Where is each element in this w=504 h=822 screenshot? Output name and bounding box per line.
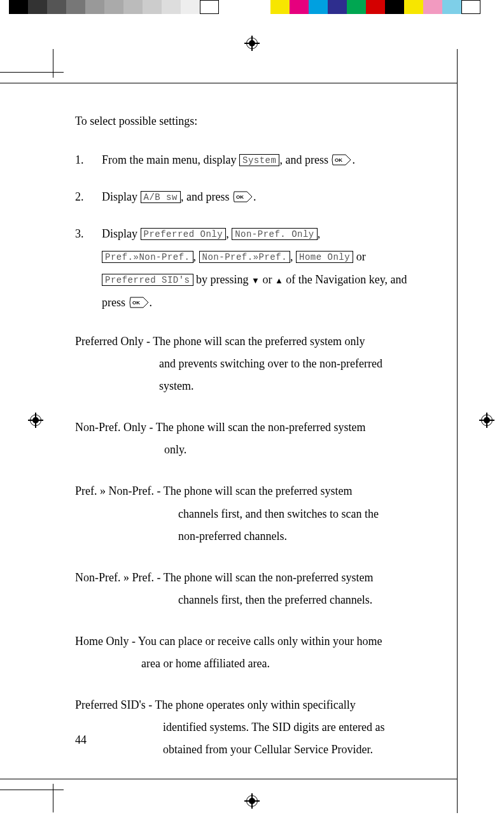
step-text: . — [150, 296, 153, 309]
svg-text:OK: OK — [335, 157, 342, 163]
def-text: The phone will scan the non-preferred sy… — [164, 571, 374, 584]
grayscale-colorbar — [9, 0, 219, 14]
def-text: area or home affiliated area. — [75, 653, 430, 675]
def-preferred-only: Preferred Only - The phone will scan the… — [75, 330, 430, 397]
def-text: and prevents switching over to the non-p… — [75, 353, 430, 375]
step-text: . — [352, 153, 355, 166]
step-text: Display — [102, 190, 141, 203]
step-text: , — [318, 227, 321, 240]
step-text: , — [226, 227, 232, 240]
lcd-label-absw: A/B sw — [141, 191, 181, 203]
crop-mark — [0, 83, 457, 83]
def-pref-nonpref: Pref. » Non-Pref. - The phone will scan … — [75, 480, 430, 547]
step-text: , — [290, 250, 296, 263]
def-text: channels first, then the preferred chann… — [75, 589, 430, 611]
ok-button-icon: OK — [331, 154, 352, 166]
step-text: or — [260, 273, 275, 286]
crop-mark — [53, 49, 53, 78]
svg-text:OK: OK — [236, 194, 244, 200]
lcd-label-preferred-sids: Preferred SID's — [102, 274, 193, 286]
registration-mark-icon — [479, 413, 494, 428]
crop-mark — [457, 49, 458, 813]
def-label: Home Only - — [75, 635, 138, 648]
def-text: non-preferred channels. — [75, 525, 430, 548]
ok-button-icon: OK — [129, 297, 150, 308]
registration-mark-icon — [244, 36, 260, 51]
lcd-label-nonpref-pref: Non-Pref.»Pref. — [199, 251, 291, 263]
lcd-label-preferred-only: Preferred Only — [141, 228, 227, 240]
step-text: From the main menu, display — [102, 153, 239, 166]
step-text: , and press — [181, 190, 232, 203]
color-colorbar — [270, 0, 480, 14]
def-label: Non-Pref. Only - — [75, 421, 156, 434]
step-1: 1. From the main menu, display System, a… — [75, 148, 430, 171]
step-number: 1. — [75, 148, 102, 171]
def-label: Preferred Only - — [75, 335, 153, 348]
ok-button-icon: OK — [232, 191, 253, 202]
crop-mark — [53, 784, 53, 812]
step-text: by pressing — [193, 273, 252, 286]
step-3: 3. Display Preferred Only, Non-Pref. Onl… — [75, 222, 430, 314]
def-label: Pref. » Non-Pref. - — [75, 485, 164, 497]
def-text: The phone will scan the preferred system — [164, 485, 353, 497]
step-text: , and press — [279, 153, 331, 166]
page-content: To select possible settings: 1. From the… — [75, 115, 430, 780]
lcd-label-system: System — [239, 154, 279, 166]
registration-mark-icon — [28, 413, 43, 428]
def-text: You can place or receive calls only with… — [138, 635, 382, 648]
def-text: The phone operates only within specifica… — [155, 698, 355, 711]
def-text: identified systems. The SID digits are e… — [75, 716, 430, 739]
def-label: Preferred SID's - — [75, 698, 155, 711]
def-text: The phone will scan the non-preferred sy… — [156, 421, 366, 434]
registration-mark-icon — [244, 793, 260, 809]
step-2: 2. Display A/B sw, and press OK. — [75, 185, 430, 208]
definitions-list: Preferred Only - The phone will scan the… — [75, 330, 430, 761]
nav-up-icon — [275, 273, 283, 286]
lcd-label-pref-nonpref: Pref.»Non-Pref. — [102, 251, 193, 263]
def-label: Non-Pref. » Pref. - — [75, 571, 164, 584]
crop-mark — [0, 790, 64, 790]
def-nonpref-only: Non-Pref. Only - The phone will scan the… — [75, 416, 430, 461]
intro-text: To select possible settings: — [75, 115, 430, 128]
step-number: 2. — [75, 185, 102, 208]
crop-mark — [0, 72, 64, 73]
lcd-label-nonpref-only: Non-Pref. Only — [232, 228, 318, 240]
svg-text:OK: OK — [132, 300, 140, 306]
nav-down-icon — [251, 273, 260, 286]
step-text: or — [353, 250, 366, 263]
def-text: obtained from your Cellular Service Prov… — [75, 739, 430, 761]
step-text: . — [253, 190, 256, 203]
def-text: system. — [75, 375, 430, 397]
def-home-only: Home Only - You can place or receive cal… — [75, 630, 430, 675]
def-preferred-sids: Preferred SID's - The phone operates onl… — [75, 694, 430, 761]
def-text: only. — [75, 439, 430, 461]
def-nonpref-pref: Non-Pref. » Pref. - The phone will scan … — [75, 567, 430, 611]
def-text: The phone will scan the preferred system… — [153, 335, 365, 348]
step-text: , — [193, 250, 199, 263]
page-number: 44 — [75, 733, 87, 747]
lcd-label-home-only: Home Only — [296, 251, 353, 263]
def-text: channels first, and then switches to sca… — [75, 503, 430, 525]
step-number: 3. — [75, 222, 102, 314]
step-text: Display — [102, 227, 141, 240]
